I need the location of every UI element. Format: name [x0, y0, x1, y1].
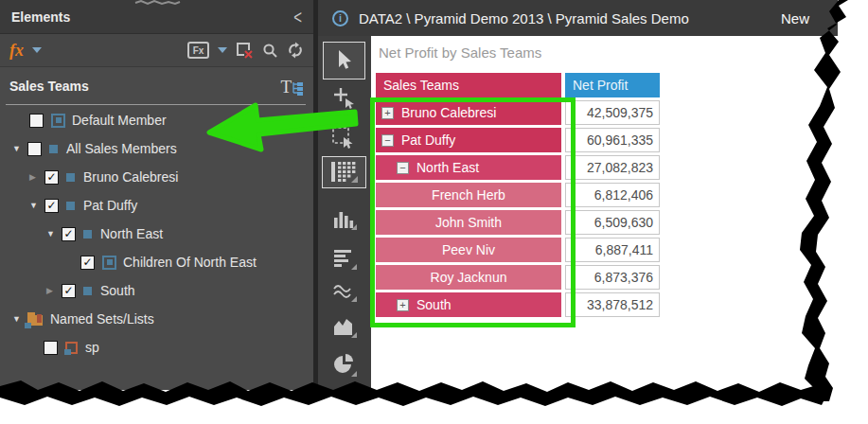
member-checkbox[interactable]	[27, 142, 42, 156]
collapse-arrow-icon[interactable]	[29, 202, 44, 210]
grid-cell-member[interactable]: +Bruno Calebresi	[376, 100, 561, 125]
grid-cell-value[interactable]: 60,961,335	[565, 128, 660, 152]
column-header-net-profit[interactable]: Net Profit	[565, 73, 660, 97]
refresh-icon[interactable]	[287, 42, 304, 59]
member-label: Roy Jacknun	[431, 270, 507, 285]
member-checkbox[interactable]	[62, 284, 76, 298]
grid-cell-member[interactable]: −Pat Duffy	[376, 128, 561, 152]
member-icon	[66, 173, 75, 182]
bar-chart-button[interactable]	[328, 246, 362, 273]
visualization-toolbar	[318, 36, 371, 390]
plus-cursor-icon	[333, 87, 356, 110]
fx-list-button[interactable]: Fx	[187, 42, 209, 59]
member-checkbox[interactable]	[44, 199, 59, 213]
member-checkbox[interactable]	[44, 170, 59, 185]
grid-cell-value[interactable]: 42,509,375	[565, 100, 660, 125]
grid-cell-value[interactable]: 6,887,411	[565, 238, 660, 262]
tree-item-label: Pat Duffy	[83, 198, 137, 213]
info-icon[interactable]: i	[332, 10, 348, 26]
grid-cell-member[interactable]: French Herb	[376, 183, 561, 207]
grid-cell-value[interactable]: 6,509,630	[565, 210, 660, 235]
member-label: Bruno Calebresi	[401, 105, 496, 120]
tree-item-default-member[interactable]: Default Member	[0, 106, 313, 134]
grid-view-button[interactable]	[322, 156, 366, 188]
caption-mode-icon[interactable]: T	[280, 78, 304, 96]
expand-arrow-icon[interactable]	[46, 287, 62, 295]
member-checkbox[interactable]	[62, 227, 76, 241]
collapse-panel-icon[interactable]: <	[293, 6, 302, 28]
collapse-arrow-icon[interactable]	[46, 230, 62, 238]
grid-cell-member[interactable]: John Smith	[376, 210, 561, 235]
grid-row-north-east: −North East27,082,823	[376, 155, 660, 180]
tree-item-label: sp	[85, 340, 99, 355]
grid-header-row: Sales Teams Net Profit	[376, 73, 660, 97]
member-label: French Herb	[432, 187, 505, 203]
grid-cell-value[interactable]: 6,873,376	[565, 265, 660, 290]
member-label: Pat Duffy	[401, 132, 455, 148]
pointer-tool-button[interactable]	[323, 42, 365, 80]
collapse-box-icon[interactable]: −	[381, 134, 394, 147]
hierarchy-section-header: Sales Teams T	[0, 67, 313, 105]
column-chart-button[interactable]	[328, 206, 362, 233]
tree-item-label: Default Member	[72, 113, 167, 128]
tree-item-bruno-calebresi[interactable]: Bruno Calebresi	[0, 163, 313, 191]
grid-row-south: +South33,878,512	[376, 292, 660, 317]
grid-row-peev-niv: Peev Niv6,887,411	[376, 238, 660, 262]
pie-chart-icon	[332, 352, 357, 377]
column-header-sales-teams[interactable]: Sales Teams	[376, 73, 561, 97]
elements-panel-header: Elements <	[0, 0, 313, 34]
area-chart-button[interactable]	[328, 312, 362, 341]
member-label: John Smith	[435, 215, 502, 230]
new-button[interactable]: New	[781, 10, 809, 26]
member-checkbox[interactable]	[80, 256, 95, 270]
collapse-arrow-icon[interactable]	[12, 145, 27, 153]
pyramid-bi-app: Elements < fx Fx	[0, 0, 868, 424]
tree-item-sp[interactable]: sp	[0, 333, 313, 362]
tree-item-north-east[interactable]: North East	[0, 220, 313, 248]
elements-panel: Elements < fx Fx	[0, 0, 313, 390]
collapse-box-icon[interactable]: −	[397, 162, 409, 174]
grid-cell-value[interactable]: 6,812,406	[565, 183, 660, 207]
tree-item-children-of-north-east[interactable]: Children Of North East	[0, 248, 313, 276]
blue-square	[25, 323, 31, 328]
fx-dropdown-icon[interactable]	[32, 47, 42, 53]
tree-item-label: All Sales Members	[66, 141, 177, 156]
function-fx-button[interactable]: fx	[9, 42, 24, 59]
grid-cell-member[interactable]: −North East	[376, 155, 561, 180]
data-source-bar: i DATA2 \ Pyramid Demo 2013 \ Pyramid Sa…	[318, 0, 838, 36]
tree-item-south[interactable]: South	[0, 276, 313, 305]
tree-item-label: Children Of North East	[123, 255, 257, 270]
column-chart-icon	[333, 209, 357, 230]
clear-selection-icon[interactable]	[236, 42, 254, 60]
grid-cell-member[interactable]: +South	[376, 292, 561, 317]
tree-item-all-sales-members[interactable]: All Sales Members	[0, 134, 313, 163]
line-chart-button[interactable]	[328, 278, 362, 305]
grid-cell-value[interactable]: 27,082,823	[565, 155, 660, 180]
expand-box-icon[interactable]: +	[381, 107, 394, 119]
grid-row-pat-duffy: −Pat Duffy60,961,335	[376, 128, 660, 152]
report-canvas: Net Profit by Sales Teams Sales Teams Ne…	[371, 36, 838, 390]
expand-box-icon[interactable]: +	[397, 299, 409, 311]
bar-chart-icon	[333, 249, 357, 270]
grid-row-bruno-calebresi: +Bruno Calebresi42,509,375	[376, 100, 660, 125]
data-source-path: DATA2 \ Pyramid Demo 2013 \ Pyramid Sale…	[359, 10, 689, 26]
tree-item-named-sets-lists[interactable]: Named Sets/Lists	[0, 305, 313, 333]
area-chart-icon	[333, 315, 357, 338]
namedset-icon	[65, 342, 78, 354]
blue-square	[64, 349, 71, 355]
add-selection-tool-button[interactable]	[328, 85, 362, 112]
member-label: North East	[416, 160, 479, 175]
grid-cell-member[interactable]: Peev Niv	[376, 238, 561, 262]
search-icon[interactable]	[262, 43, 278, 59]
fx-list-dropdown-icon[interactable]	[218, 47, 227, 53]
grid-cell-value[interactable]: 33,878,512	[565, 292, 660, 317]
lasso-select-tool-button[interactable]	[328, 125, 362, 153]
grid-cell-member[interactable]: Roy Jacknun	[376, 265, 561, 290]
member-checkbox[interactable]	[44, 341, 58, 355]
tree-item-pat-duffy[interactable]: Pat Duffy	[0, 191, 313, 220]
member-checkbox[interactable]	[29, 114, 44, 128]
expand-arrow-icon[interactable]	[29, 173, 44, 182]
elements-toolbar: fx Fx	[0, 34, 313, 67]
grid-rows: +Bruno Calebresi42,509,375−Pat Duffy60,9…	[376, 100, 660, 317]
pie-chart-button[interactable]	[328, 350, 362, 379]
